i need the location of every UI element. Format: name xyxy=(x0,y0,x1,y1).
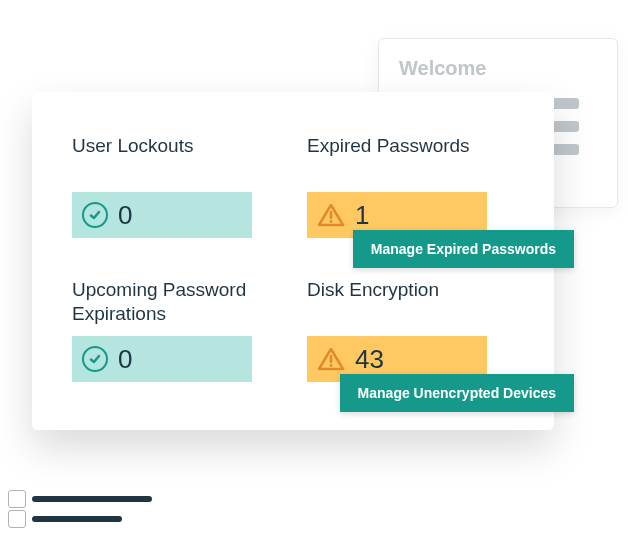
tile-value-block: 0 xyxy=(72,192,252,238)
warning-triangle-icon xyxy=(317,347,345,371)
manage-expired-passwords-button[interactable]: Manage Expired Passwords xyxy=(353,230,574,268)
tile-expired-passwords: Expired Passwords 1 Manage Expired Passw… xyxy=(307,134,514,238)
tile-value: 1 xyxy=(355,200,369,231)
tile-label: Disk Encryption xyxy=(307,278,514,332)
tile-value: 0 xyxy=(118,344,132,375)
decoration-box-icon xyxy=(8,510,26,528)
decoration-bar xyxy=(32,496,152,502)
tile-value: 43 xyxy=(355,344,384,375)
tile-user-lockouts: User Lockouts 0 xyxy=(72,134,279,238)
tile-label: Upcoming Password Expirations xyxy=(72,278,279,332)
check-circle-icon xyxy=(82,202,108,228)
security-dashboard-card: User Lockouts 0 Expired Passwords 1 Mana… xyxy=(32,92,554,430)
warning-triangle-icon xyxy=(317,203,345,227)
svg-point-1 xyxy=(330,220,333,223)
manage-unencrypted-devices-button[interactable]: Manage Unencrypted Devices xyxy=(340,374,574,412)
decoration-bar xyxy=(32,516,122,522)
tile-label: Expired Passwords xyxy=(307,134,514,188)
tile-value-block: 0 xyxy=(72,336,252,382)
tile-upcoming-expirations: Upcoming Password Expirations 0 xyxy=(72,278,279,382)
svg-point-3 xyxy=(330,364,333,367)
check-circle-icon xyxy=(82,346,108,372)
tile-disk-encryption: Disk Encryption 43 Manage Unencrypted De… xyxy=(307,278,514,382)
decoration-box-icon xyxy=(8,490,26,508)
tile-value: 0 xyxy=(118,200,132,231)
tile-label: User Lockouts xyxy=(72,134,279,188)
welcome-title: Welcome xyxy=(399,57,597,80)
